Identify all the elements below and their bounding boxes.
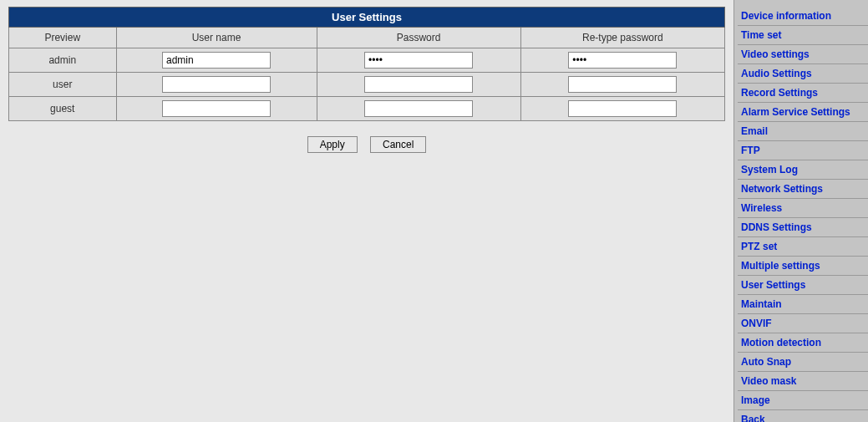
sidebar-item-user-settings[interactable]: User Settings bbox=[738, 276, 868, 295]
table-row: guest bbox=[9, 97, 725, 121]
table-row: admin bbox=[9, 48, 725, 73]
sidebar-item-video-mask[interactable]: Video mask bbox=[738, 372, 868, 391]
sidebar-item-motion-detection[interactable]: Motion detection bbox=[738, 333, 868, 353]
main-panel: User Settings Preview User name Password… bbox=[0, 0, 734, 422]
page-title: User Settings bbox=[9, 8, 725, 28]
preview-label: admin bbox=[9, 48, 117, 73]
sidebar-item-ftp[interactable]: FTP bbox=[738, 141, 868, 160]
column-header-username: User name bbox=[116, 28, 317, 48]
sidebar-item-image[interactable]: Image bbox=[738, 391, 868, 410]
sidebar: Device information Time set Video settin… bbox=[734, 0, 868, 422]
sidebar-item-maintain[interactable]: Maintain bbox=[738, 295, 868, 314]
sidebar-item-wireless[interactable]: Wireless bbox=[738, 199, 868, 218]
column-header-retype: Re-type password bbox=[520, 28, 724, 48]
user-settings-table: User Settings Preview User name Password… bbox=[8, 7, 725, 121]
sidebar-item-onvif[interactable]: ONVIF bbox=[738, 314, 868, 333]
sidebar-item-alarm-service-settings[interactable]: Alarm Service Settings bbox=[738, 103, 868, 122]
preview-label: guest bbox=[9, 97, 117, 121]
sidebar-item-network-settings[interactable]: Network Settings bbox=[738, 180, 868, 199]
password-input[interactable] bbox=[364, 52, 473, 69]
button-row: Apply Cancel bbox=[8, 121, 725, 153]
sidebar-item-audio-settings[interactable]: Audio Settings bbox=[738, 64, 868, 84]
sidebar-item-device-information[interactable]: Device information bbox=[738, 7, 868, 26]
preview-label: user bbox=[9, 73, 117, 97]
table-row: user bbox=[9, 73, 725, 97]
sidebar-item-time-set[interactable]: Time set bbox=[738, 26, 868, 45]
sidebar-item-ddns-settings[interactable]: DDNS Settings bbox=[738, 218, 868, 237]
password-input[interactable] bbox=[364, 76, 473, 93]
password-input[interactable] bbox=[364, 100, 473, 117]
column-header-password: Password bbox=[317, 28, 520, 48]
sidebar-item-system-log[interactable]: System Log bbox=[738, 160, 868, 180]
sidebar-item-ptz-set[interactable]: PTZ set bbox=[738, 237, 868, 257]
retype-password-input[interactable] bbox=[568, 100, 677, 117]
retype-password-input[interactable] bbox=[568, 76, 677, 93]
sidebar-item-record-settings[interactable]: Record Settings bbox=[738, 84, 868, 103]
username-input[interactable] bbox=[162, 100, 271, 117]
username-input[interactable] bbox=[162, 52, 271, 69]
sidebar-item-back[interactable]: Back bbox=[738, 410, 868, 422]
sidebar-item-multiple-settings[interactable]: Multiple settings bbox=[738, 257, 868, 276]
cancel-button[interactable]: Cancel bbox=[370, 136, 426, 153]
retype-password-input[interactable] bbox=[568, 52, 677, 69]
sidebar-item-email[interactable]: Email bbox=[738, 122, 868, 141]
column-header-preview: Preview bbox=[9, 28, 117, 48]
username-input[interactable] bbox=[162, 76, 271, 93]
sidebar-item-auto-snap[interactable]: Auto Snap bbox=[738, 353, 868, 372]
sidebar-item-video-settings[interactable]: Video settings bbox=[738, 45, 868, 64]
apply-button[interactable]: Apply bbox=[307, 136, 358, 153]
